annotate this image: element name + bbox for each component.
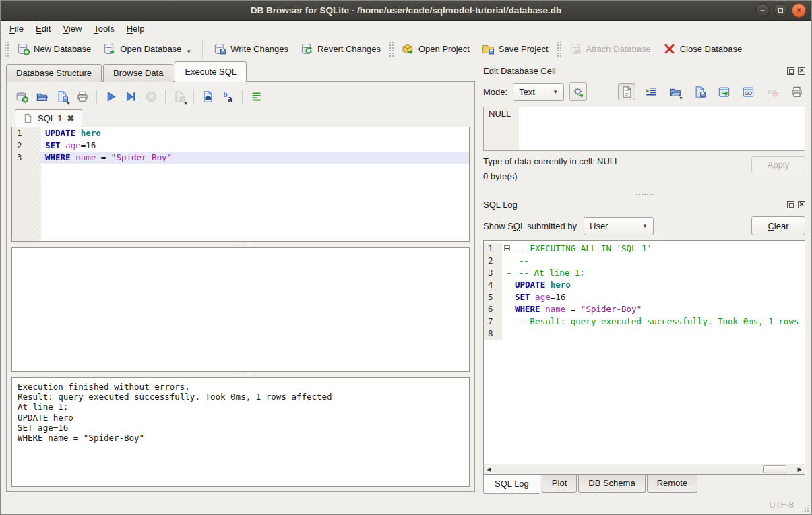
close-button[interactable]: ×: [792, 3, 806, 18]
autocomplete-icon: ba: [222, 90, 235, 103]
cell-text-area[interactable]: [519, 107, 805, 150]
dock-tab-remote[interactable]: Remote: [647, 475, 698, 493]
float-panel-icon[interactable]: [787, 201, 794, 208]
close-sql-tab-icon[interactable]: ✖: [67, 113, 74, 123]
open-sql-file-button[interactable]: [33, 88, 51, 106]
import-in-cell-button[interactable]: [569, 82, 587, 101]
open-cell-button[interactable]: ▼: [666, 83, 684, 100]
apply-button[interactable]: Apply: [751, 156, 805, 173]
execute-all-button[interactable]: [102, 88, 120, 106]
menu-edit[interactable]: Edit: [30, 22, 57, 35]
scrollbar-track[interactable]: [494, 464, 794, 474]
line-number: 4: [484, 279, 502, 291]
revert-changes-button[interactable]: Revert Changes: [294, 40, 387, 58]
log-line-8: 8: [484, 328, 805, 340]
cell-mode-row: Mode: Text ▼ ▼: [483, 80, 805, 104]
scroll-right-icon[interactable]: ▶: [794, 466, 805, 473]
find-replace-icon: [201, 90, 214, 103]
clear-button[interactable]: Clear: [751, 216, 805, 235]
execution-status-log: Execution finished without errors. Resul…: [11, 377, 470, 487]
save-results-button[interactable]: ▼: [170, 88, 189, 106]
encoding-indicator: UTF-8: [769, 499, 794, 510]
new-database-button[interactable]: New Database: [11, 40, 97, 58]
revert-changes-icon: [301, 42, 313, 55]
tab-database-structure[interactable]: Database Structure: [6, 64, 102, 82]
title-bar[interactable]: DB Browser for SQLite - /home/user/code/…: [1, 1, 811, 21]
mode-select[interactable]: Text ▼: [513, 83, 564, 101]
link-cell-button[interactable]: [739, 83, 757, 100]
menu-view[interactable]: View: [57, 22, 88, 35]
open-database-icon: [103, 42, 116, 55]
execute-line-button[interactable]: [122, 88, 140, 106]
right-pane: Edit Database Cell ✕ Mode: Text ▼ ▼ NULL: [475, 61, 811, 495]
sql-editor[interactable]: 1UPDATE hero2SET age=163WHERE name = "Sp…: [11, 127, 470, 242]
save-project-button[interactable]: Save Project: [476, 40, 555, 58]
submitted-by-value: User: [590, 221, 608, 231]
scrollbar-thumb[interactable]: [763, 465, 786, 473]
menu-file[interactable]: File: [3, 22, 30, 35]
sql-log-dock-title: SQL Log ✕: [483, 197, 805, 212]
set-null-button[interactable]: [763, 83, 781, 100]
float-panel-icon[interactable]: [787, 67, 794, 75]
line-number: 6: [484, 303, 502, 315]
toolbar-grip[interactable]: [4, 41, 9, 57]
fold-margin: [502, 291, 513, 303]
status-bar: UTF-8: [1, 495, 811, 514]
tab-execute-sql[interactable]: Execute SQL: [175, 61, 247, 82]
find-replace-button[interactable]: [199, 88, 217, 106]
save-sql-file-button[interactable]: ▼: [53, 88, 71, 106]
line-number: 2: [12, 140, 35, 152]
print-cell-button[interactable]: [788, 83, 805, 100]
results-grid: [11, 247, 470, 372]
editor-results-splitter[interactable]: [11, 242, 470, 247]
log-line-4: 4UPDATE hero: [484, 279, 805, 291]
menu-help[interactable]: Help: [121, 22, 151, 35]
horizontal-scrollbar[interactable]: ◀ ▶: [484, 464, 805, 474]
autocomplete-button[interactable]: ba: [219, 88, 237, 106]
cell-editor-box[interactable]: NULL: [483, 107, 805, 151]
write-changes-button[interactable]: Write Changes: [208, 40, 294, 58]
open-database-button[interactable]: Open Database▼: [97, 40, 197, 58]
save-cell-button[interactable]: [691, 83, 708, 100]
toolbar-grip[interactable]: [557, 41, 561, 57]
minimize-button[interactable]: −: [755, 3, 770, 18]
submitted-by-select[interactable]: User ▼: [584, 217, 654, 235]
print-button[interactable]: [73, 88, 92, 106]
open-project-button[interactable]: Open Project: [396, 40, 476, 58]
sql-file-icon: [23, 113, 33, 123]
tab-browse-data[interactable]: Browse Data: [103, 64, 173, 82]
resize-grip-icon[interactable]: [801, 504, 809, 512]
mode-label: Mode:: [483, 87, 507, 97]
dock-tab-sql-log[interactable]: SQL Log: [483, 475, 540, 494]
dock-splitter[interactable]: [483, 191, 805, 197]
indent-button[interactable]: [642, 83, 660, 100]
stop-button[interactable]: [142, 88, 160, 106]
word-wrap-button[interactable]: [247, 88, 266, 106]
sql-doc-tab[interactable]: SQL 1 ✖: [15, 109, 82, 127]
main-content: Database StructureBrowse DataExecute SQL…: [1, 61, 811, 495]
close-database-button[interactable]: Close Database: [657, 40, 749, 58]
scroll-left-icon[interactable]: ◀: [484, 466, 494, 473]
fold-margin: [35, 140, 41, 152]
fold-margin: [35, 152, 41, 164]
window-title: DB Browser for SQLite - /home/user/code/…: [1, 1, 811, 20]
menu-tools[interactable]: Tools: [88, 22, 120, 35]
close-panel-icon[interactable]: ✕: [798, 67, 805, 75]
toolbar-grip[interactable]: [389, 41, 394, 57]
edit-cell-title: Edit Database Cell: [483, 66, 787, 76]
results-log-splitter[interactable]: [11, 372, 470, 377]
close-panel-icon[interactable]: ✕: [798, 201, 805, 208]
dock-tab-plot[interactable]: Plot: [542, 475, 577, 493]
export-cell-button[interactable]: [715, 83, 732, 100]
fold-collapse-icon[interactable]: [504, 245, 510, 251]
fold-margin: [502, 315, 513, 328]
set-null-icon: [766, 86, 779, 98]
log-line-2: 2--: [484, 255, 805, 267]
dock-tab-db-schema[interactable]: DB Schema: [578, 475, 645, 493]
chevron-down-icon: ▼: [66, 101, 71, 106]
save-cell-icon: [693, 86, 706, 98]
text-mode-button[interactable]: [618, 83, 635, 100]
attach-database-button[interactable]: Attach Database: [563, 40, 657, 58]
maximize-button[interactable]: [774, 3, 788, 18]
new-sql-tab-button[interactable]: [13, 88, 31, 106]
